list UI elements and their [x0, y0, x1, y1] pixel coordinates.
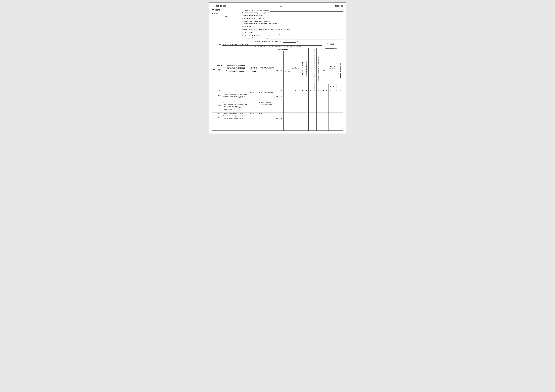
org-line-9: Часть (раздел) проекта Автоматизация при…	[242, 34, 343, 37]
col-equip: Код оборудования, материалов	[290, 48, 300, 90]
org-value-4	[271, 21, 343, 22]
row3-klass	[308, 113, 312, 124]
row2-num: 2. 2	[212, 102, 216, 113]
col-cost: Стоимость единицы тыс.руб.	[304, 48, 308, 90]
empty13	[308, 124, 312, 131]
empty16	[321, 124, 325, 131]
col-unit-name: наим	[275, 51, 279, 90]
org-label-10: Срок ввода объекта в эксплуатацию	[242, 37, 269, 39]
spec-type-label: (вид оборудования, изделия и материалы, …	[219, 46, 336, 47]
main-table: №п/п № поз по тех нолог схеме место уста…	[212, 48, 343, 131]
date-quote1: " "	[212, 15, 214, 18]
idx-14: I3	[316, 90, 321, 92]
empty21	[338, 124, 343, 131]
col-total14: Всего	[321, 51, 325, 90]
org-value-7: Клуб с залом на 400 мест	[270, 28, 343, 31]
row2-unit-code: I	[279, 102, 284, 113]
row3-avail	[312, 113, 316, 124]
row2-q2	[329, 102, 332, 113]
row2-total	[321, 102, 325, 113]
col-total-cost: Стоимость всего в тыс.руб.	[338, 51, 343, 90]
row3-declared	[316, 113, 321, 124]
col-pos: № поз по тех нолог схеме место уста- нов…	[216, 48, 223, 90]
col-unit-group: Единица измерения	[275, 48, 290, 51]
row3-need	[300, 113, 304, 124]
row1-dim2	[287, 92, 290, 102]
idx-7: 7	[279, 90, 284, 92]
empty12	[304, 124, 308, 131]
row2-q1	[325, 102, 329, 113]
empty2	[216, 124, 223, 131]
row1-total-cost	[338, 92, 343, 102]
date-field	[215, 15, 225, 17]
table-header-row1: №п/п № поз по тех нолог схеме место уста…	[212, 48, 343, 51]
idx-17: I6	[329, 90, 332, 92]
row3-manuf: То же	[259, 113, 275, 124]
row1-type: ПТРЗ-04	[249, 92, 259, 102]
idx-6: 6	[275, 90, 279, 92]
doc-number: 15964-05	[335, 5, 343, 7]
org-line-3: Отрасль народного хозяйства	[242, 17, 343, 20]
row2-total-cost	[338, 102, 343, 113]
row1-q4	[335, 92, 338, 102]
row1-pos: цит ав-томати-зации	[216, 92, 223, 102]
row1-avail	[312, 92, 316, 102]
idx-15: I4	[321, 90, 325, 92]
total-sheets: Всего листов 2	[325, 43, 336, 44]
row1-num: 1. I	[212, 92, 216, 102]
org-line-8: ГУМТС (УМТС)	[242, 31, 343, 34]
row2-klass	[308, 102, 312, 113]
org-value-9: Автоматизация приточной вентиляции	[261, 34, 343, 37]
row3-unit-code: I	[279, 113, 284, 124]
idx-19: I8	[335, 90, 338, 92]
row2-dim1	[284, 102, 287, 113]
approve-block: УТВЕРЖДАЮ Начальник " " 197 г.	[212, 9, 239, 40]
org-line-6: Предприятие	[242, 25, 343, 28]
org-value-2	[263, 15, 343, 17]
empty10	[290, 124, 300, 131]
top-left-code: т п 261-12-173	[212, 5, 226, 7]
row3-unit-name: шт	[275, 113, 279, 124]
row1-equip	[290, 92, 300, 102]
org-label-8: ГУМТС (УМТС)	[242, 31, 252, 34]
table-row: 3. 3 Трубо-провод обрат-ной воды Терморе…	[212, 113, 343, 124]
row3-total	[321, 113, 325, 124]
idx-1: I	[212, 90, 216, 92]
idx-8b	[287, 90, 290, 92]
row2-manuf: г.Каменец-Подольск Приборостроительный з…	[259, 102, 275, 113]
row2-name: Терморегулирующее устройство дилатометри…	[223, 102, 249, 113]
org-label-1: Проектная организация – разработки	[242, 12, 270, 14]
idx-13: I2	[312, 90, 316, 92]
year-label: 197 г.	[225, 15, 230, 18]
on-label: на	[219, 44, 221, 46]
row2-avail	[312, 102, 316, 113]
row3-num: 3. 3	[212, 113, 216, 124]
idx-8	[284, 90, 287, 92]
row1-cost	[304, 92, 308, 102]
org-line-5: Главное управление министерства (объедин…	[242, 22, 343, 25]
row2-type: ТУДЭ-I	[249, 102, 259, 113]
spec-date-suffix: 197 г.	[296, 41, 301, 43]
org-value-1	[270, 13, 343, 14]
page: т п 261-12-173 33 15964-05 УТВЕРЖДАЮ Нач…	[209, 2, 346, 133]
row1-dim1	[284, 92, 287, 102]
org-label-9: Часть (раздел) проекта	[242, 34, 260, 37]
empty20	[335, 124, 338, 131]
org-value-6	[252, 26, 343, 28]
row3-total-cost	[338, 113, 343, 124]
empty18	[329, 124, 332, 131]
col-need-year-group: Принятая потребностьна 197 год	[321, 48, 343, 51]
idx-11: IO	[304, 90, 308, 92]
sheets-info: Всего листов 2 Лист № I	[325, 43, 336, 46]
table-row-empty	[212, 124, 343, 131]
spec-on-line: на приборы и средства автоматизации Всег…	[219, 43, 336, 46]
row3-cost	[304, 113, 308, 124]
org-label-3: Отрасль народного хозяйства	[242, 17, 264, 20]
col-manuf: Завод-изготовитель (для импортного обору…	[259, 48, 275, 90]
col-quarters-group: в т.ч. по кварталам	[325, 51, 338, 84]
col-num: №п/п	[212, 48, 216, 90]
empty15	[316, 124, 321, 131]
row3-equip	[290, 113, 300, 124]
org-label-5: Главное управление министерства (объедин…	[242, 22, 279, 25]
empty7	[279, 124, 284, 131]
